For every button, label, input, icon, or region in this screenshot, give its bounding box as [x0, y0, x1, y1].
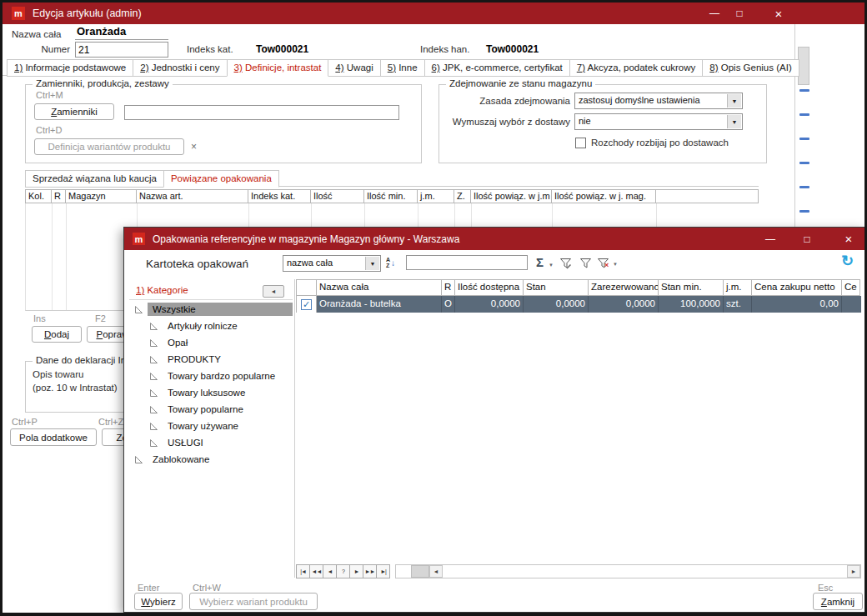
- record-nav-marker[interactable]: [799, 210, 809, 213]
- col-ilosc-min[interactable]: Ilość min.: [364, 189, 418, 203]
- horizontal-scrollbar[interactable]: ◄ ►: [395, 564, 861, 578]
- col-r[interactable]: R: [52, 189, 66, 203]
- col-kol[interactable]: Kol.: [25, 189, 52, 203]
- col-magazyn[interactable]: Magazyn: [66, 189, 137, 203]
- col-zarezerwowano[interactable]: Zarezerwowano: [589, 279, 659, 296]
- col-select[interactable]: [296, 279, 317, 296]
- numer-input[interactable]: [75, 42, 168, 58]
- chevron-down-icon[interactable]: ▼: [365, 257, 379, 270]
- table-row-selected[interactable]: ✓ Oranżada - butelka O 0,0000 0,0000 0,0…: [296, 296, 861, 313]
- nav-next-button[interactable]: ►: [349, 564, 363, 578]
- category-icon: [149, 438, 158, 448]
- maximize-button[interactable]: □: [727, 3, 752, 24]
- main-tabs: 1) Informacje podstawowe 2) Jednostki i …: [7, 59, 799, 77]
- col-z[interactable]: Z.: [454, 189, 471, 203]
- nav-first-button[interactable]: |◄: [296, 564, 310, 578]
- zamknij-button[interactable]: Zamknij: [813, 593, 863, 610]
- panel-divider: [294, 279, 295, 578]
- refresh-icon[interactable]: ↻: [841, 252, 854, 270]
- record-nav-marker[interactable]: [799, 162, 809, 164]
- tab-uwagi[interactable]: 4) Uwagi: [328, 59, 380, 77]
- wybierz-button[interactable]: Wybierz: [134, 593, 183, 610]
- dialog-minimize-button[interactable]: —: [758, 228, 783, 250]
- col-r[interactable]: R: [442, 279, 455, 296]
- sum-menu-chevron-icon[interactable]: ▼: [549, 263, 554, 268]
- hscroll-left-button[interactable]: ◄: [429, 565, 443, 578]
- zamienniki-input[interactable]: [124, 105, 399, 120]
- nav-next-page-button[interactable]: ►►: [363, 564, 377, 578]
- pola-dodatkowe-button[interactable]: Pola dodatkowe: [10, 428, 97, 446]
- tree-item-uslugi[interactable]: USŁUGI: [129, 434, 293, 451]
- col-ilosc-powiaz-jm[interactable]: Ilość powiąz. w j.m: [471, 189, 552, 203]
- col-jm[interactable]: j.m.: [418, 189, 454, 203]
- tree-item-towary-uzywane[interactable]: Towary używane: [129, 418, 293, 434]
- tab-jednostki-i-ceny[interactable]: 2) Jednostki i ceny: [133, 59, 227, 77]
- chevron-down-icon[interactable]: ▼: [727, 94, 741, 108]
- subtab-powiazane-opakowania[interactable]: Powiązane opakowania: [163, 170, 279, 188]
- esc-hint: Esc: [818, 583, 833, 593]
- row-checkbox[interactable]: ✓: [301, 299, 312, 310]
- scrollbar-thumb[interactable]: [798, 47, 809, 85]
- tab-opis-genius-ai[interactable]: 8) Opis Genius (AI): [702, 59, 799, 77]
- hscroll-right-button[interactable]: ►: [847, 565, 860, 578]
- col-cena-zakupu-netto[interactable]: Cena zakupu netto: [752, 279, 842, 296]
- collapse-panel-button[interactable]: ◄: [263, 285, 284, 298]
- col-nazwa-cala[interactable]: Nazwa cała: [317, 279, 442, 296]
- tab-inne[interactable]: 5) Inne: [380, 59, 425, 77]
- tab-akcyza-podatek-cukrowy[interactable]: 7) Akcyza, podatek cukrowy: [569, 59, 704, 77]
- tab-informacje-podstawowe[interactable]: 1) Informacje podstawowe: [7, 59, 133, 77]
- tree-item-artykuly-rolnicze[interactable]: Artykuły rolnicze: [129, 318, 293, 334]
- tree-item-opal[interactable]: Opał: [129, 334, 293, 351]
- record-nav-marker[interactable]: [799, 113, 809, 116]
- col-nazwa-art[interactable]: Nazwa art.: [137, 189, 248, 203]
- col-jm[interactable]: j.m.: [724, 279, 752, 296]
- close-button[interactable]: ×: [762, 3, 795, 24]
- row-checkbox-cell[interactable]: ✓: [296, 296, 317, 313]
- tree-item-towary-popularne[interactable]: Towary popularne: [129, 401, 293, 418]
- col-stan-min[interactable]: Stan min.: [659, 279, 724, 296]
- dialog-close-button[interactable]: ×: [834, 228, 863, 250]
- filter-clear-icon[interactable]: ×: [597, 258, 609, 269]
- nav-prev-button[interactable]: ◄: [323, 564, 337, 578]
- tree-item-produkty[interactable]: PRODUKTY: [129, 351, 293, 368]
- search-input[interactable]: [406, 255, 528, 270]
- col-ilosc-powiaz-jmag[interactable]: Ilość powiąz. w j. mag.: [552, 189, 656, 203]
- filter-icon[interactable]: [579, 258, 592, 269]
- tree-item-wszystkie[interactable]: Wszystkie: [129, 301, 293, 318]
- rozchody-checkbox[interactable]: [575, 138, 586, 148]
- col-ilosc[interactable]: Ilość: [311, 189, 364, 203]
- wybierz-wariant-button[interactable]: Wybierz wariant produktu: [189, 593, 318, 610]
- sum-icon[interactable]: Σ: [536, 255, 544, 269]
- nav-search-button[interactable]: ?: [336, 564, 350, 578]
- col-indeks-kat[interactable]: Indeks kat.: [248, 189, 311, 203]
- nav-last-button[interactable]: ►|: [376, 564, 390, 578]
- col-stan[interactable]: Stan: [524, 279, 589, 296]
- tab-kategorie[interactable]: 1) Kategorie: [136, 285, 188, 295]
- zasada-zdejmowania-select[interactable]: zastosuj domyślne ustawienia ▼: [574, 93, 743, 109]
- col-ilosc-dostepna[interactable]: Ilość dostępna: [455, 279, 524, 296]
- record-nav-marker[interactable]: [799, 186, 809, 188]
- definicja-wariantow-button[interactable]: Definicja wariantów produktu: [34, 138, 184, 155]
- wymuszaj-wybor-select[interactable]: nie ▼: [574, 113, 743, 130]
- nav-prev-page-button[interactable]: ◄◄: [309, 564, 323, 578]
- minimize-button[interactable]: —: [702, 3, 727, 24]
- filter-edit-icon[interactable]: [559, 258, 572, 269]
- filter-field-select[interactable]: nazwa cała ▼: [283, 255, 381, 272]
- tree-item-zablokowane[interactable]: Zablokowane: [129, 451, 293, 468]
- tab-jpk-ecommerce-certyfikat[interactable]: 6) JPK, e-commerce, certyfikat: [424, 59, 570, 77]
- zamienniki-button[interactable]: Zamienniki: [34, 103, 114, 120]
- sort-az-icon[interactable]: AZ ↓: [386, 257, 395, 268]
- tree-item-towary-luksusowe[interactable]: Towary luksusowe: [129, 384, 293, 401]
- record-nav-marker[interactable]: [799, 138, 809, 140]
- filter-menu-chevron-icon[interactable]: ▼: [613, 262, 618, 267]
- col-cut[interactable]: Ce: [842, 279, 860, 296]
- dialog-maximize-button[interactable]: □: [794, 228, 819, 250]
- dodaj-button[interactable]: Dodaj: [32, 326, 82, 343]
- hscroll-thumb[interactable]: [411, 565, 429, 578]
- chevron-down-icon[interactable]: ▼: [727, 115, 741, 128]
- kartoteka-heading: Kartoteka opakowań: [146, 258, 248, 270]
- record-nav-marker[interactable]: [799, 89, 809, 92]
- subtab-sprzedaz-wiazana[interactable]: Sprzedaż wiązana lub kaucja: [25, 170, 164, 188]
- tree-item-towary-bardzo-popularne[interactable]: Towary bardzo popularne: [129, 368, 293, 384]
- tab-definicje-intrastat[interactable]: 3) Definicje, intrastat: [227, 59, 329, 77]
